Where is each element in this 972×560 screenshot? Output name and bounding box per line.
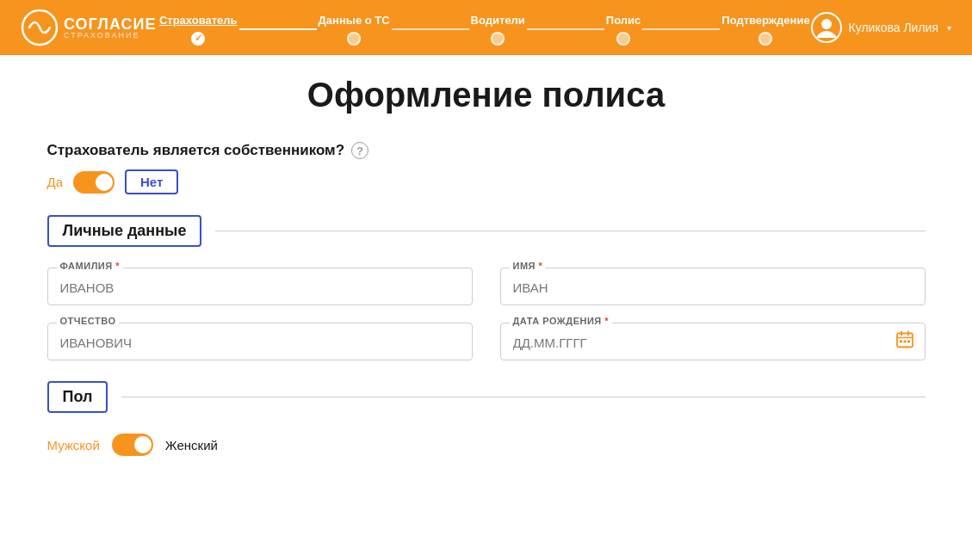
step-label-5: Подтверждение	[721, 14, 809, 27]
step-dot-5	[758, 32, 772, 46]
step-line-1	[239, 28, 317, 30]
svg-rect-7	[900, 341, 902, 343]
imya-field: ИМЯ *	[500, 268, 926, 305]
chevron-down-icon: ▾	[947, 23, 951, 33]
main-content: Оформление полиса Страхователь является …	[13, 55, 960, 490]
otchestvo-label: ОТЧЕСТВО	[57, 316, 120, 326]
step-dot-2	[347, 32, 361, 46]
dob-label: ДАТА РОЖДЕНИЯ *	[510, 316, 613, 326]
step-line-2	[392, 28, 469, 30]
nav-steps: Страхователь ✓ Данные о ТС Водители	[158, 10, 811, 46]
owner-section: Страхователь является собственником? ? Д…	[47, 142, 926, 194]
logo-name: СОГЛАСИЕ	[64, 16, 156, 32]
gender-section-title: Пол	[47, 381, 108, 413]
da-label: Да	[47, 175, 64, 189]
question-mark-icon[interactable]: ?	[351, 142, 368, 159]
toggle-row: Да Нет	[47, 169, 926, 194]
gender-toggle-row: Мужской Женский	[47, 434, 926, 456]
step-line-4	[642, 28, 720, 30]
step-item-1[interactable]: Страхователь ✓	[159, 14, 238, 46]
dob-required: *	[604, 316, 609, 326]
personal-section-header: Личные данные	[47, 215, 926, 247]
logo-area: СОГЛАСИЕ страхование	[21, 9, 158, 46]
logo-sub: страхование	[64, 32, 156, 40]
muzhskoy-label: Мужской	[47, 438, 100, 452]
gender-section-divider	[121, 397, 925, 398]
imya-required: *	[539, 261, 543, 271]
gender-toggle[interactable]	[112, 434, 153, 456]
zhenskiy-label: Женский	[165, 438, 218, 452]
step-dot-3	[491, 32, 505, 46]
otchestvo-field: ОТЧЕСТВО	[47, 323, 473, 360]
step-label-3: Водители	[471, 14, 525, 27]
user-name: Куликова Лилия	[849, 21, 938, 34]
steps-container: Страхователь ✓ Данные о ТС Водители	[159, 14, 810, 46]
step-item-5[interactable]: Подтверждение	[721, 14, 809, 46]
page-title: Оформление полиса	[47, 76, 926, 114]
step-dot-4	[616, 32, 630, 46]
familiya-required: *	[115, 261, 120, 271]
otchestvo-input[interactable]	[60, 332, 460, 350]
gender-section-header: Пол	[47, 381, 926, 413]
toggle-thumb	[96, 174, 113, 191]
header: СОГЛАСИЕ страхование Страхователь ✓ Данн…	[0, 0, 972, 55]
step-item-3[interactable]: Водители	[471, 14, 525, 46]
owner-question: Страхователь является собственником? ?	[47, 142, 926, 159]
svg-rect-9	[907, 341, 910, 343]
dob-input[interactable]	[513, 332, 913, 350]
step-item-2[interactable]: Данные о ТС	[319, 14, 390, 46]
check-icon-1: ✓	[195, 33, 202, 44]
step-label-4: Полис	[606, 14, 641, 27]
imya-input[interactable]	[513, 277, 913, 295]
calendar-icon[interactable]	[895, 330, 914, 354]
step-line-3	[527, 28, 604, 30]
net-button[interactable]: Нет	[125, 169, 178, 194]
familiya-label: ФАМИЛИЯ *	[57, 261, 124, 271]
logo-text: СОГЛАСИЕ страхование	[64, 16, 156, 40]
step-item-4[interactable]: Полис	[606, 14, 641, 46]
svg-rect-8	[903, 341, 906, 343]
svg-point-2	[821, 19, 832, 29]
step-dot-1: ✓	[191, 32, 205, 46]
gender-toggle-thumb	[134, 436, 152, 453]
familiya-field: ФАМИЛИЯ *	[47, 268, 473, 305]
personal-form-grid: ФАМИЛИЯ * ИМЯ * ОТЧЕСТВО ДАТА РОЖДЕНИЯ *	[47, 268, 926, 360]
step-label-1: Страхователь	[159, 14, 238, 27]
gender-section: Пол Мужской Женский	[47, 381, 926, 456]
owner-toggle[interactable]	[73, 171, 115, 194]
step-label-2: Данные о ТС	[319, 14, 390, 27]
user-area[interactable]: Куликова Лилия ▾	[811, 12, 951, 43]
dob-field: ДАТА РОЖДЕНИЯ *	[500, 323, 926, 360]
owner-question-text: Страхователь является собственником?	[47, 142, 345, 159]
user-icon	[811, 12, 842, 43]
personal-section-divider	[215, 231, 925, 232]
logo-icon	[21, 9, 59, 46]
personal-section-title: Личные данные	[47, 215, 202, 247]
familiya-input[interactable]	[60, 277, 460, 295]
imya-label: ИМЯ *	[510, 261, 547, 271]
